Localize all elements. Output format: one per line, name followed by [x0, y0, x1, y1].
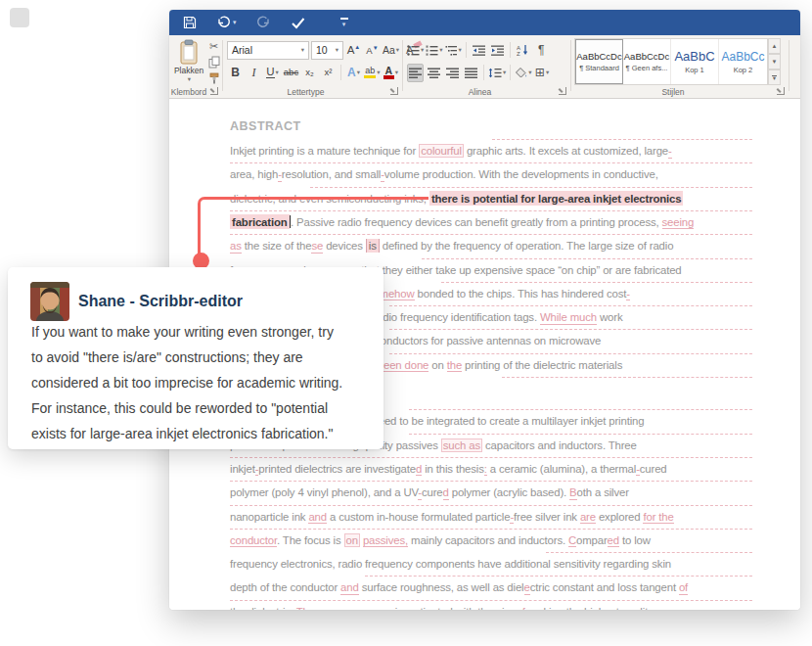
show-paragraph-marks-button[interactable]: ¶ — [533, 41, 550, 60]
save-button[interactable] — [181, 13, 199, 32]
group-separator — [789, 40, 789, 91]
text-segment: of — [517, 606, 525, 610]
text-segment: bonded to the chips. This has hindered c… — [415, 288, 627, 300]
justify-button[interactable] — [463, 64, 479, 82]
multilevel-list-button[interactable]: ▾ — [445, 41, 462, 60]
text-segment: explored — [596, 511, 644, 523]
text-segment: nanoparticle ink — [230, 511, 308, 523]
copy-button[interactable] — [205, 55, 222, 69]
format-painter-button[interactable] — [205, 70, 222, 85]
format-painter-icon — [208, 72, 220, 84]
text-segment: capacitors and inductors. Three — [482, 439, 637, 451]
document-line: nanoparticle ink and a custom in-house f… — [230, 509, 674, 526]
text-segment: on — [344, 533, 360, 547]
text-effects-button[interactable]: A▾ — [345, 64, 362, 82]
redo-icon — [256, 16, 271, 29]
ribbon: Plakken ▾ ✂ Klembord — [169, 35, 800, 99]
style-kop-2[interactable]: AaBbCc Kop 2 — [719, 39, 767, 84]
text-segment: B — [569, 486, 576, 500]
toolbar-options-icon: ▾ — [340, 18, 348, 28]
confirm-button[interactable] — [289, 13, 307, 32]
italic-button[interactable]: I — [246, 64, 262, 82]
tracked-change-dash — [230, 162, 752, 163]
justify-icon — [465, 68, 477, 78]
tracked-change-dash — [492, 139, 752, 140]
strikethrough-button[interactable]: abc — [283, 64, 299, 82]
styles-scroll-up-button[interactable]: ▲ — [768, 38, 781, 54]
separator — [340, 65, 341, 80]
page-background: ▾ ▾ Plakken ▾ — [0, 0, 812, 646]
align-left-button[interactable] — [407, 64, 424, 82]
styles-more-button[interactable]: ▼ — [768, 69, 781, 85]
line-spacing-button[interactable]: ▾ — [488, 64, 506, 82]
sort-icon: AZ — [517, 44, 529, 56]
tracked-change-dash — [230, 481, 752, 482]
text-segment: Inkjet printing is a mature technique fo… — [230, 145, 419, 157]
align-right-icon — [446, 68, 459, 78]
text-segment: in this thesis — [422, 463, 484, 475]
paste-label: Plakken — [174, 66, 203, 75]
change-case-button[interactable]: Aa▾ — [383, 41, 399, 60]
style-kop-1[interactable]: AaBbC Kop 1 — [671, 39, 719, 84]
text-segment: printed dielectrics are investigate — [258, 463, 416, 475]
cut-button[interactable]: ✂ — [205, 39, 222, 54]
bullets-button[interactable]: ▾ — [407, 41, 424, 60]
clipboard-dialog-launcher[interactable] — [210, 87, 218, 95]
tracked-change-dash — [546, 552, 752, 553]
line-spacing-icon — [488, 68, 502, 78]
clipboard-icon — [178, 39, 200, 65]
text-highlight-button[interactable]: ab▾ — [364, 64, 381, 82]
text-segment: seeing — [662, 216, 695, 230]
tracked-change-dash — [441, 282, 752, 283]
superscript-button[interactable]: x² — [320, 64, 337, 82]
borders-button[interactable]: ⊞▾ — [534, 64, 551, 82]
paragraph-dialog-launcher[interactable] — [559, 87, 566, 95]
styles-group: AaBbCcDc ¶ Standaard AaBbCcDc ¶ Geen afs… — [571, 35, 789, 99]
shading-button[interactable]: ▾ — [515, 64, 531, 82]
numbered-list-icon — [426, 45, 438, 56]
text-segment: conductors for passive antennas on micro… — [372, 335, 601, 346]
undo-button[interactable]: ▾ — [214, 13, 239, 32]
shrink-font-button[interactable]: A▼ — [364, 41, 381, 60]
text-segment: a ceramic (alumina), a thermal — [487, 463, 636, 475]
text-segment: free silver ink — [514, 511, 580, 523]
font-name-caret: ▾ — [301, 46, 304, 54]
increase-indent-button[interactable] — [489, 41, 506, 60]
style-geen-afstand[interactable]: AaBbCcDc ¶ Geen afs... — [623, 39, 671, 84]
underline-button[interactable]: U▾ — [264, 64, 281, 82]
text-segment: area, high — [230, 168, 278, 180]
bullet-list-icon — [407, 45, 420, 56]
paint-bucket-icon — [515, 67, 527, 78]
text-segment: surface roughness, as well as diel — [359, 581, 524, 593]
text-segment: work — [597, 311, 622, 323]
subscript-button[interactable]: x₂ — [301, 64, 318, 82]
tracked-change-dash — [365, 576, 752, 577]
align-center-button[interactable] — [426, 64, 442, 82]
text-segment: on — [429, 359, 446, 371]
text-segment: cured — [640, 463, 667, 475]
text-segment: and — [308, 511, 327, 525]
grow-font-button[interactable]: A▲ — [345, 41, 362, 60]
text-segment: passives, — [363, 534, 408, 548]
styles-scroll-down-button[interactable]: ▼ — [768, 54, 781, 69]
style-standaard[interactable]: AaBbCcDc ¶ Standaard — [575, 39, 623, 84]
text-segment: frequency electronics, radio frequency c… — [230, 558, 671, 570]
styles-dialog-launcher[interactable] — [777, 87, 785, 95]
redo-button[interactable] — [254, 13, 273, 32]
sort-button[interactable]: AZ — [515, 41, 531, 60]
text-segment: - — [626, 288, 630, 301]
text-segment: to low — [619, 534, 651, 546]
font-dialog-launcher[interactable] — [390, 87, 398, 95]
separator — [510, 65, 511, 80]
font-color-button[interactable]: A▾ — [383, 64, 399, 82]
font-name-combobox[interactable]: Arial ▾ — [227, 41, 309, 60]
text-segment: are — [580, 511, 596, 525]
align-right-button[interactable] — [444, 64, 461, 82]
paragraph-group-label: Alinea — [403, 87, 557, 97]
customize-toolbar-button[interactable]: ▾ — [338, 13, 350, 32]
font-size-combobox[interactable]: 10 ▾ — [311, 41, 343, 60]
paste-button[interactable]: Plakken ▾ — [173, 39, 204, 84]
numbering-button[interactable]: ▾ — [426, 41, 442, 60]
bold-button[interactable]: B — [227, 64, 244, 82]
decrease-indent-button[interactable] — [471, 41, 487, 60]
